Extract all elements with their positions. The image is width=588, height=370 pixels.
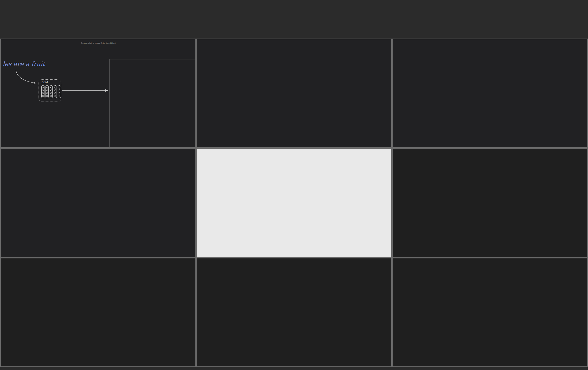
llm-node xyxy=(55,95,56,97)
frame-vscode-embedder xyxy=(1,258,195,366)
llm-layer xyxy=(41,85,44,98)
contact-sheet: Double-click or press Enter to edit text… xyxy=(0,0,588,370)
llm-node xyxy=(55,87,56,88)
frame-slide-axis-y xyxy=(197,39,391,147)
llm-node xyxy=(42,89,44,91)
frame-slide-llm-diagram: Double-click or press Enter to edit text… xyxy=(1,39,195,147)
llm-node xyxy=(59,92,60,94)
llm-node xyxy=(42,95,44,97)
embedding-vector-text[interactable] xyxy=(110,59,195,147)
llm-node xyxy=(50,92,52,94)
llm-layer xyxy=(58,85,61,98)
llm-node xyxy=(46,95,48,97)
llm-layer xyxy=(46,85,49,98)
llm-layer xyxy=(54,85,57,98)
llm-layer xyxy=(50,85,53,98)
llm-box-label: LLM xyxy=(41,81,48,84)
frame-vscode-readme xyxy=(393,149,587,257)
slide-caption: les are a fruit xyxy=(3,60,45,68)
frame-vscode-debugging xyxy=(393,258,587,366)
llm-node xyxy=(42,87,44,88)
frame-scatter-plot xyxy=(197,149,391,257)
llm-node xyxy=(50,89,52,91)
llm-network-icon xyxy=(41,85,61,98)
frame-vscode-words-loop xyxy=(197,258,391,366)
llm-node xyxy=(46,89,48,91)
llm-node xyxy=(55,92,56,94)
llm-node xyxy=(59,87,60,88)
llm-node xyxy=(59,89,60,91)
llm-node xyxy=(42,92,44,94)
llm-node xyxy=(46,87,48,88)
canvas-hint-text: Double-click or press Enter to edit text xyxy=(1,42,195,44)
frame-slide-xy-chart xyxy=(1,149,195,257)
llm-node xyxy=(50,95,52,97)
frame-slide-cuteness-chart xyxy=(393,39,587,147)
llm-node xyxy=(46,92,48,94)
llm-node xyxy=(50,87,52,88)
llm-node xyxy=(59,95,60,97)
llm-box[interactable]: LLM xyxy=(39,79,61,102)
llm-node xyxy=(55,89,56,91)
